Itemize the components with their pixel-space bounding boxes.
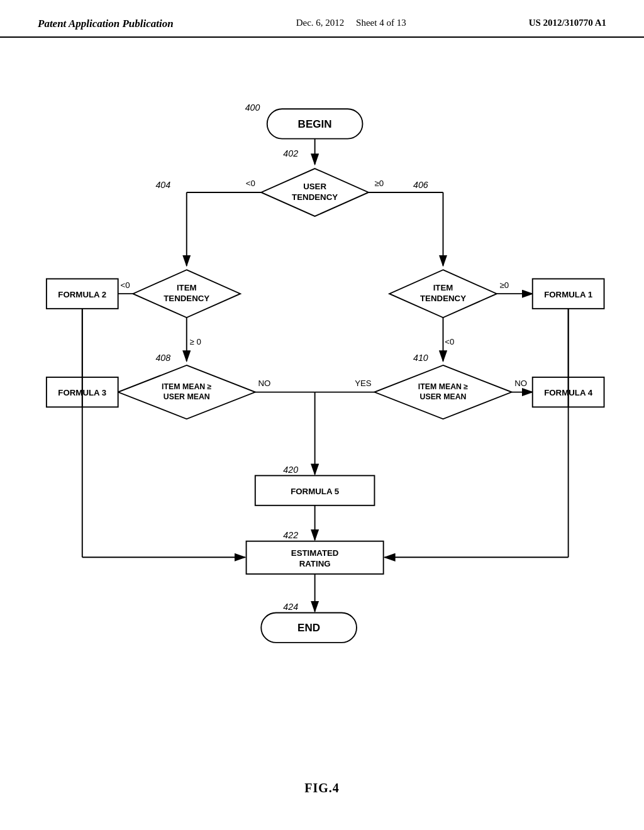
sheet-info: Sheet 4 of 13 <box>356 18 406 28</box>
formula5-label: FORMULA 5 <box>291 487 340 496</box>
figure-label: FIG.4 <box>304 781 340 795</box>
publication-title: Patent Application Publication <box>38 18 174 30</box>
label-424: 424 <box>283 602 298 612</box>
lt0-left-label: <0 <box>246 179 255 188</box>
label-420: 420 <box>283 465 298 475</box>
patent-number: US 2012/310770 A1 <box>529 18 606 28</box>
begin-label: BEGIN <box>298 118 332 130</box>
label-410: 410 <box>413 353 428 363</box>
item-tendency-right-line2: TENDENCY <box>420 294 466 303</box>
lt0-mid-right-label: <0 <box>445 337 454 346</box>
item-mean-left-line2: USER MEAN <box>164 392 210 401</box>
formula2-label: FORMULA 2 <box>58 290 106 299</box>
item-mean-left-line1: ITEM MEAN ≥ <box>162 382 212 391</box>
item-mean-right-line1: ITEM MEAN ≥ <box>418 382 469 391</box>
user-tendency-line2: TENDENCY <box>292 192 338 202</box>
gte0-mid-left-label: ≥ 0 <box>189 337 201 346</box>
no-right-label: NO <box>514 379 527 388</box>
user-tendency-line1: USER <box>303 182 326 191</box>
item-tendency-right-line1: ITEM <box>433 283 453 292</box>
lt0-left2-label: <0 <box>121 280 130 290</box>
estimated-rating-line2: RATING <box>299 559 331 568</box>
publication-date: Dec. 6, 2012 <box>296 18 345 28</box>
estimated-rating-line1: ESTIMATED <box>291 548 339 558</box>
header-center: Dec. 6, 2012 Sheet 4 of 13 <box>296 18 406 28</box>
gte0-right-label: ≥0 <box>374 179 384 188</box>
label-402: 402 <box>283 148 298 158</box>
label-400: 400 <box>245 102 260 113</box>
label-406: 406 <box>413 180 428 190</box>
label-422: 422 <box>283 530 298 540</box>
item-tendency-left-line1: ITEM <box>177 283 197 292</box>
formula1-label: FORMULA 1 <box>544 290 593 299</box>
end-label: END <box>297 622 320 634</box>
label-404: 404 <box>155 180 170 190</box>
no-mid-left-label: NO <box>258 379 271 388</box>
yes-mid-right-label: YES <box>355 379 372 388</box>
item-tendency-left-line2: TENDENCY <box>164 294 209 303</box>
flowchart-container: BEGIN 400 402 USER TENDENCY <0 404 ≥0 40… <box>0 88 644 780</box>
item-mean-right-line2: USER MEAN <box>420 392 467 401</box>
flowchart-svg: BEGIN 400 402 USER TENDENCY <0 404 ≥0 40… <box>0 88 644 780</box>
page-header: Patent Application Publication Dec. 6, 2… <box>0 0 644 38</box>
label-408: 408 <box>155 353 170 363</box>
gte0-right2-label: ≥0 <box>500 280 509 290</box>
